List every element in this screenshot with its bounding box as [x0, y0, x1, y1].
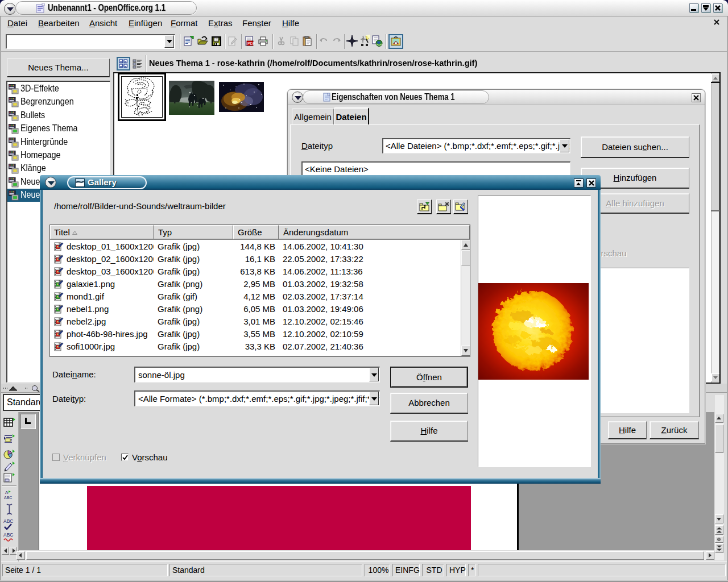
svg-text:ABC: ABC: [4, 496, 12, 500]
svg-text:ABC: ABC: [3, 532, 13, 538]
svg-text:ABC: ABC: [3, 518, 13, 524]
svg-text:PDF: PDF: [247, 41, 255, 45]
svg-text:A: A: [5, 490, 9, 495]
